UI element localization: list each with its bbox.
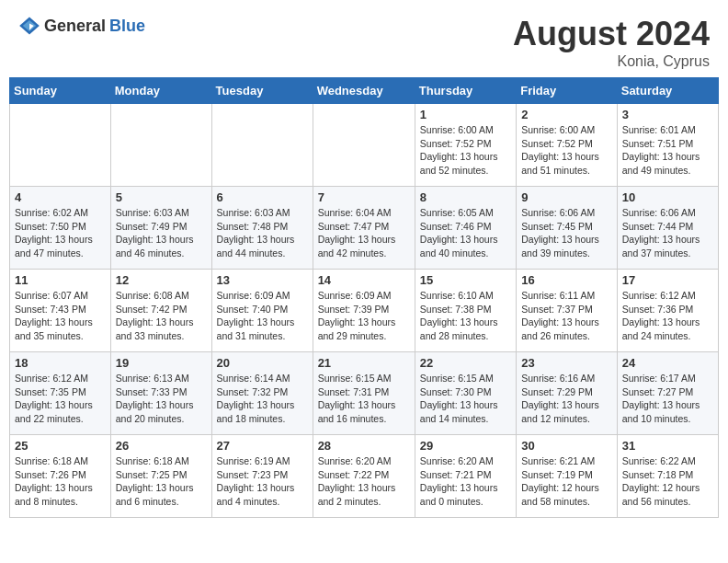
calendar-cell: 25Sunrise: 6:18 AMSunset: 7:26 PMDayligh… <box>10 435 111 518</box>
day-number: 10 <box>622 190 713 204</box>
day-number: 30 <box>521 439 612 453</box>
calendar-cell: 20Sunrise: 6:14 AMSunset: 7:32 PMDayligh… <box>211 352 313 435</box>
day-number: 13 <box>217 273 308 287</box>
calendar-cell: 16Sunrise: 6:11 AMSunset: 7:37 PMDayligh… <box>517 270 618 352</box>
day-info: Sunrise: 6:09 AMSunset: 7:39 PMDaylight:… <box>318 289 410 343</box>
day-info: Sunrise: 6:20 AMSunset: 7:21 PMDaylight:… <box>420 454 511 509</box>
day-info: Sunrise: 6:03 AMSunset: 7:49 PMDaylight:… <box>116 206 207 260</box>
day-number: 8 <box>420 190 511 204</box>
day-number: 14 <box>318 273 410 287</box>
calendar-cell: 31Sunrise: 6:22 AMSunset: 7:18 PMDayligh… <box>617 435 718 518</box>
calendar-cell: 26Sunrise: 6:18 AMSunset: 7:25 PMDayligh… <box>110 435 211 518</box>
day-info: Sunrise: 6:02 AMSunset: 7:50 PMDaylight:… <box>15 206 106 260</box>
calendar-cell <box>10 104 111 187</box>
day-number: 21 <box>318 356 410 370</box>
calendar-cell: 3Sunrise: 6:01 AMSunset: 7:51 PMDaylight… <box>617 104 718 187</box>
calendar-cell: 15Sunrise: 6:10 AMSunset: 7:38 PMDayligh… <box>415 270 516 352</box>
day-number: 12 <box>116 273 207 287</box>
day-number: 9 <box>521 190 612 204</box>
col-sunday: Sunday <box>10 78 111 104</box>
month-year-title: August 2024 <box>513 15 710 53</box>
day-number: 15 <box>420 273 511 287</box>
day-info: Sunrise: 6:19 AMSunset: 7:23 PMDaylight:… <box>217 454 308 509</box>
calendar-header: Sunday Monday Tuesday Wednesday Thursday… <box>10 78 719 104</box>
day-number: 26 <box>116 439 207 453</box>
logo-general-text: General <box>44 17 106 36</box>
day-number: 29 <box>420 439 511 453</box>
day-info: Sunrise: 6:14 AMSunset: 7:32 PMDaylight:… <box>217 372 308 426</box>
col-monday: Monday <box>110 78 211 104</box>
day-number: 25 <box>15 439 106 453</box>
day-number: 20 <box>217 356 308 370</box>
calendar-week-2: 4Sunrise: 6:02 AMSunset: 7:50 PMDaylight… <box>10 187 719 270</box>
calendar-cell: 29Sunrise: 6:20 AMSunset: 7:21 PMDayligh… <box>415 435 516 518</box>
calendar-cell: 30Sunrise: 6:21 AMSunset: 7:19 PMDayligh… <box>517 435 618 518</box>
day-info: Sunrise: 6:10 AMSunset: 7:38 PMDaylight:… <box>420 289 511 343</box>
page-header: GeneralBlue August 2024 Konia, Cyprus <box>0 0 728 77</box>
day-info: Sunrise: 6:12 AMSunset: 7:35 PMDaylight:… <box>15 372 106 426</box>
day-number: 24 <box>622 356 713 370</box>
header-row: Sunday Monday Tuesday Wednesday Thursday… <box>10 78 719 104</box>
calendar-cell: 14Sunrise: 6:09 AMSunset: 7:39 PMDayligh… <box>313 270 415 352</box>
day-info: Sunrise: 6:17 AMSunset: 7:27 PMDaylight:… <box>622 372 713 426</box>
calendar-cell: 2Sunrise: 6:00 AMSunset: 7:52 PMDaylight… <box>517 104 618 187</box>
logo-icon <box>18 15 40 37</box>
day-number: 5 <box>116 190 207 204</box>
calendar-cell: 19Sunrise: 6:13 AMSunset: 7:33 PMDayligh… <box>110 352 211 435</box>
day-info: Sunrise: 6:01 AMSunset: 7:51 PMDaylight:… <box>622 123 713 178</box>
calendar-cell: 6Sunrise: 6:03 AMSunset: 7:48 PMDaylight… <box>211 187 313 270</box>
calendar-cell: 27Sunrise: 6:19 AMSunset: 7:23 PMDayligh… <box>211 435 313 518</box>
day-info: Sunrise: 6:04 AMSunset: 7:47 PMDaylight:… <box>318 206 410 260</box>
calendar-cell: 9Sunrise: 6:06 AMSunset: 7:45 PMDaylight… <box>517 187 618 270</box>
day-info: Sunrise: 6:07 AMSunset: 7:43 PMDaylight:… <box>15 289 106 343</box>
day-info: Sunrise: 6:18 AMSunset: 7:26 PMDaylight:… <box>15 454 106 509</box>
calendar-cell: 1Sunrise: 6:00 AMSunset: 7:52 PMDaylight… <box>415 104 516 187</box>
day-info: Sunrise: 6:11 AMSunset: 7:37 PMDaylight:… <box>521 289 612 343</box>
calendar-week-4: 18Sunrise: 6:12 AMSunset: 7:35 PMDayligh… <box>10 352 719 435</box>
day-number: 31 <box>622 439 713 453</box>
calendar-week-5: 25Sunrise: 6:18 AMSunset: 7:26 PMDayligh… <box>10 435 719 518</box>
day-number: 6 <box>217 190 308 204</box>
day-number: 1 <box>420 108 511 121</box>
logo-blue-text: Blue <box>109 17 145 36</box>
calendar-cell <box>313 104 415 187</box>
calendar-cell: 21Sunrise: 6:15 AMSunset: 7:31 PMDayligh… <box>313 352 415 435</box>
calendar-body: 1Sunrise: 6:00 AMSunset: 7:52 PMDaylight… <box>10 104 719 518</box>
day-number: 2 <box>521 108 612 121</box>
calendar-cell: 22Sunrise: 6:15 AMSunset: 7:30 PMDayligh… <box>415 352 516 435</box>
day-info: Sunrise: 6:03 AMSunset: 7:48 PMDaylight:… <box>217 206 308 260</box>
day-number: 19 <box>116 356 207 370</box>
day-info: Sunrise: 6:15 AMSunset: 7:31 PMDaylight:… <box>318 372 410 426</box>
calendar-cell <box>110 104 211 187</box>
day-info: Sunrise: 6:08 AMSunset: 7:42 PMDaylight:… <box>116 289 207 343</box>
calendar-cell: 18Sunrise: 6:12 AMSunset: 7:35 PMDayligh… <box>10 352 111 435</box>
col-tuesday: Tuesday <box>211 78 313 104</box>
calendar-cell <box>211 104 313 187</box>
calendar-cell: 8Sunrise: 6:05 AMSunset: 7:46 PMDaylight… <box>415 187 516 270</box>
day-info: Sunrise: 6:00 AMSunset: 7:52 PMDaylight:… <box>521 123 612 178</box>
calendar-cell: 4Sunrise: 6:02 AMSunset: 7:50 PMDaylight… <box>10 187 111 270</box>
day-number: 3 <box>622 108 713 121</box>
calendar-cell: 11Sunrise: 6:07 AMSunset: 7:43 PMDayligh… <box>10 270 111 352</box>
day-info: Sunrise: 6:09 AMSunset: 7:40 PMDaylight:… <box>217 289 308 343</box>
calendar-cell: 5Sunrise: 6:03 AMSunset: 7:49 PMDaylight… <box>110 187 211 270</box>
day-number: 11 <box>15 273 106 287</box>
calendar-cell: 10Sunrise: 6:06 AMSunset: 7:44 PMDayligh… <box>617 187 718 270</box>
day-info: Sunrise: 6:15 AMSunset: 7:30 PMDaylight:… <box>420 372 511 426</box>
calendar-week-3: 11Sunrise: 6:07 AMSunset: 7:43 PMDayligh… <box>10 270 719 352</box>
day-info: Sunrise: 6:05 AMSunset: 7:46 PMDaylight:… <box>420 206 511 260</box>
col-thursday: Thursday <box>415 78 516 104</box>
calendar-cell: 23Sunrise: 6:16 AMSunset: 7:29 PMDayligh… <box>517 352 618 435</box>
calendar-table: Sunday Monday Tuesday Wednesday Thursday… <box>9 77 719 518</box>
day-info: Sunrise: 6:20 AMSunset: 7:22 PMDaylight:… <box>318 454 410 509</box>
day-info: Sunrise: 6:06 AMSunset: 7:45 PMDaylight:… <box>521 206 612 260</box>
day-number: 22 <box>420 356 511 370</box>
col-saturday: Saturday <box>617 78 718 104</box>
calendar-wrapper: Sunday Monday Tuesday Wednesday Thursday… <box>0 77 728 527</box>
title-area: August 2024 Konia, Cyprus <box>513 15 710 70</box>
calendar-cell: 7Sunrise: 6:04 AMSunset: 7:47 PMDaylight… <box>313 187 415 270</box>
day-info: Sunrise: 6:00 AMSunset: 7:52 PMDaylight:… <box>420 123 511 178</box>
day-number: 17 <box>622 273 713 287</box>
day-number: 18 <box>15 356 106 370</box>
day-info: Sunrise: 6:16 AMSunset: 7:29 PMDaylight:… <box>521 372 612 426</box>
